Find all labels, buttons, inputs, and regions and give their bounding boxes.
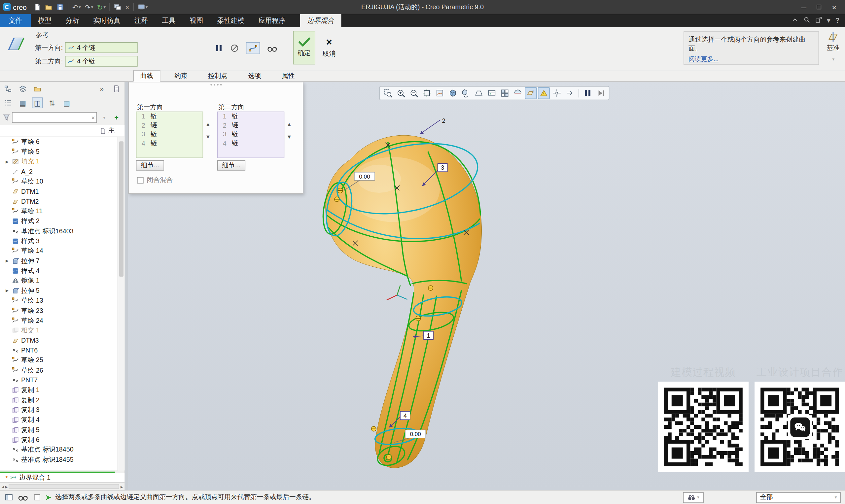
new-file-button[interactable] — [32, 3, 43, 11]
search-tool-button[interactable]: ▾ — [683, 492, 704, 503]
tree-item[interactable]: 基准点 标识18455 — [4, 455, 124, 465]
ok-button[interactable]: 确定 — [293, 31, 315, 65]
tree-item[interactable]: 复制 1 — [4, 385, 124, 395]
tree-item[interactable]: DTM2 — [4, 197, 124, 206]
tree-item[interactable]: A_2 — [4, 167, 124, 177]
move-down-icon[interactable]: ▼ — [205, 134, 211, 140]
tree-item[interactable]: 草绘 25 — [4, 356, 124, 365]
chevrons-right-button[interactable]: » — [96, 84, 107, 94]
display-style-button[interactable] — [460, 87, 472, 99]
page-button[interactable] — [111, 84, 122, 94]
tree-item-boundary-blend[interactable]: * 边界混合 1 — [0, 473, 124, 483]
caret-down-icon[interactable]: ▾ — [103, 5, 106, 10]
panel-toggle-button[interactable] — [3, 492, 14, 503]
sort-button[interactable]: ⇅ — [47, 97, 57, 108]
tree-item[interactable]: 复制 6 — [4, 435, 124, 445]
redo-button[interactable]: ↷▾ — [83, 3, 95, 11]
windows-button[interactable] — [112, 3, 123, 11]
caret-down-icon[interactable]: ▾ — [78, 5, 81, 10]
chain-row[interactable]: 2链 — [136, 121, 203, 130]
tree-hscrollbar[interactable]: ◂ ▸ ▸ — [0, 483, 124, 490]
read-more-link[interactable]: 阅读更多... — [688, 55, 719, 64]
pause-button[interactable] — [582, 87, 594, 99]
second-direction-list[interactable]: 1链2链3链4链 — [217, 111, 284, 158]
tree-item[interactable]: ▶拉伸 7 — [4, 256, 124, 266]
caret-down-icon[interactable]: ▾ — [146, 5, 148, 10]
tab-analysis[interactable]: 分析 — [58, 14, 86, 27]
view-manager-button[interactable] — [499, 87, 511, 99]
close-button[interactable]: × — [827, 1, 842, 14]
move-up-icon[interactable]: ▲ — [205, 121, 211, 127]
dimension-value[interactable]: 0.00 — [359, 173, 370, 180]
spin-center-button[interactable] — [551, 87, 563, 99]
section-button[interactable] — [512, 87, 524, 99]
list-button[interactable] — [3, 97, 14, 108]
caret-down-icon[interactable]: ▾ — [832, 57, 834, 62]
details-button-1[interactable]: 细节... — [136, 160, 164, 170]
tree-item[interactable]: 草绘 23 — [4, 306, 124, 316]
caret-down-button[interactable]: ▾ — [827, 17, 830, 24]
layers-button[interactable] — [17, 84, 28, 94]
folder-button[interactable] — [32, 84, 43, 94]
tree-item[interactable]: DTM3 — [4, 336, 124, 346]
tab-model[interactable]: 模型 — [31, 14, 59, 27]
chain-row[interactable]: 4链 — [217, 139, 284, 148]
tree-item[interactable]: 草绘 13 — [4, 296, 124, 306]
first-direction-list[interactable]: 1链2链3链4链 — [136, 111, 203, 158]
tab-annotate[interactable]: 注释 — [127, 14, 155, 27]
tree-item[interactable]: 草绘 6 — [4, 137, 124, 147]
clear-icon[interactable]: × — [91, 114, 95, 121]
preview-glasses-button[interactable] — [267, 43, 277, 53]
refit-button[interactable] — [421, 87, 433, 99]
saved-views-button[interactable] — [486, 87, 498, 99]
tree-item[interactable]: 样式 3 — [4, 236, 124, 246]
chain-row[interactable]: 3链 — [136, 130, 203, 139]
zoom-window-button[interactable] — [382, 87, 393, 99]
tree-item[interactable]: 草绘 24 — [4, 316, 124, 326]
chain-row[interactable]: 4链 — [136, 139, 203, 148]
repaint-button[interactable] — [434, 87, 446, 99]
columns2-button[interactable]: ▥ — [61, 97, 72, 108]
tree-item[interactable]: 草绘 10 — [4, 177, 124, 186]
tree-item[interactable]: 基准点 标识18450 — [4, 445, 124, 455]
move-up-icon[interactable]: ▲ — [287, 121, 292, 127]
search-button[interactable] — [803, 16, 810, 25]
zoom-in-button[interactable] — [395, 87, 407, 99]
tab-applications[interactable]: 应用程序 — [251, 14, 293, 27]
tree-vscrollbar[interactable] — [118, 137, 124, 470]
scroll-left-icon[interactable]: ◂ — [2, 484, 4, 489]
tree-item[interactable]: 草绘 26 — [4, 365, 124, 375]
tree-selector-button[interactable] — [3, 84, 14, 94]
tree-item[interactable]: 基准点 标识16403 — [4, 227, 124, 236]
scroll-right-icon[interactable]: ▸ — [5, 484, 7, 489]
grid-button[interactable]: ▦ — [17, 97, 28, 108]
columns-button[interactable]: ◫ — [32, 97, 43, 108]
tab-file[interactable]: 文件 — [0, 14, 31, 27]
filter-caret-button[interactable]: ▾ — [99, 112, 110, 123]
expand-arrow-icon[interactable]: ▶ — [4, 160, 10, 164]
expand-arrow-icon[interactable]: ▶ — [4, 289, 10, 293]
tree-item[interactable]: ▶填充 1 — [4, 157, 124, 167]
select-box-button[interactable] — [31, 492, 42, 503]
hscroll-track[interactable] — [8, 484, 119, 489]
tree-item[interactable]: 相交 1 — [4, 326, 124, 336]
chain-row[interactable]: 1链 — [217, 112, 284, 121]
tree-item[interactable]: PNT7 — [4, 375, 124, 385]
tab-view[interactable]: 视图 — [182, 14, 210, 27]
show-last-button[interactable] — [564, 87, 576, 99]
dashboard-tab-curves[interactable]: 曲线 — [134, 70, 160, 82]
selection-filter-dropdown[interactable]: 全部 ▾ — [756, 492, 841, 503]
undo-button[interactable]: ↶▾ — [71, 3, 83, 11]
glasses-button[interactable] — [17, 492, 28, 503]
tree-item[interactable]: 草绘 11 — [4, 206, 124, 217]
first-direction-collector[interactable]: 4 个链 — [65, 42, 138, 53]
cancel-button[interactable]: × 取消 — [318, 31, 340, 65]
perspective-button[interactable] — [473, 87, 485, 99]
panel-drag-handle[interactable] — [210, 84, 221, 86]
scroll-right-icon[interactable]: ▸ — [121, 484, 123, 489]
pause-button[interactable] — [215, 44, 223, 53]
tree-header[interactable]: 主 — [0, 125, 124, 137]
panel-splitter[interactable] — [124, 82, 128, 490]
resume-button[interactable] — [595, 87, 606, 99]
dashboard-tab-properties[interactable]: 属性 — [275, 70, 301, 81]
